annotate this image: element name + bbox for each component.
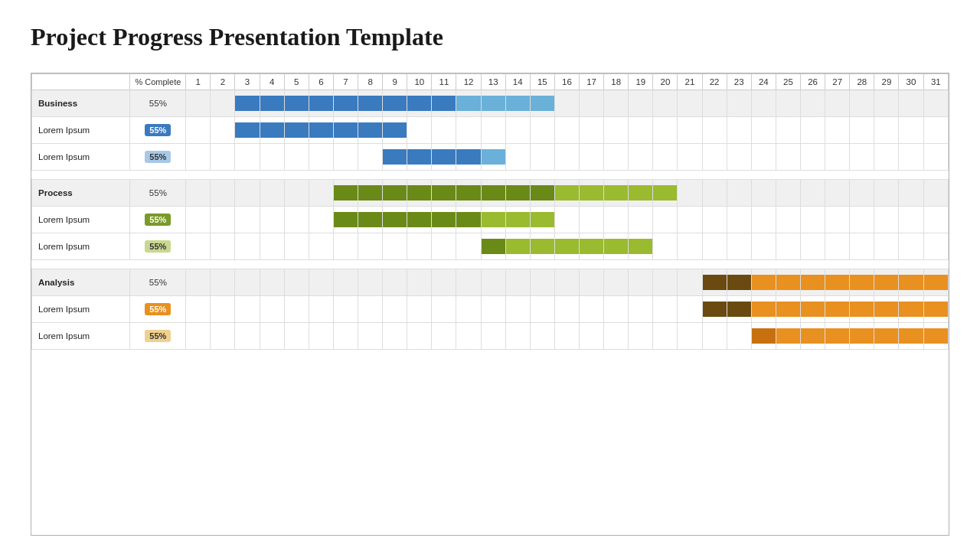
pct-badge: 55% — [145, 240, 171, 253]
day-cell — [776, 233, 800, 260]
bar-segment-dark — [432, 149, 456, 165]
day-cell — [653, 117, 678, 144]
row-label: Lorem Ipsum — [32, 207, 130, 233]
day-cell — [923, 323, 948, 350]
bar-segment-dark — [383, 149, 407, 165]
day-cell — [874, 296, 899, 323]
day-cell — [653, 269, 678, 296]
day-cell — [801, 296, 825, 323]
day-cell — [678, 296, 702, 323]
day-cell — [702, 117, 727, 144]
day-cell — [874, 90, 899, 117]
bar-segment-dark — [383, 96, 407, 111]
bar-segment-light — [604, 239, 628, 254]
day-cell — [333, 180, 358, 207]
bar-segment-light — [776, 328, 800, 344]
day-cell — [580, 323, 604, 350]
day-cell — [825, 207, 850, 233]
day-cell — [211, 296, 235, 323]
day-cell — [432, 144, 456, 171]
day-cell — [333, 296, 358, 323]
day-cell — [825, 117, 850, 144]
day-cell — [923, 90, 948, 117]
day-cell — [776, 90, 800, 117]
day-cell — [580, 207, 604, 233]
day-cell — [874, 233, 899, 260]
day-cell — [235, 323, 260, 350]
bar-segment-light — [899, 302, 923, 317]
day-cell — [333, 117, 358, 144]
day-cell — [530, 117, 554, 144]
day-cell — [260, 180, 284, 207]
day-cell — [825, 180, 850, 207]
row-pct: 55% — [130, 296, 186, 323]
sub-row: Lorem Ipsum55% — [32, 323, 949, 350]
day-cell — [629, 117, 653, 144]
day-cell — [653, 207, 678, 233]
day-cell — [751, 180, 776, 207]
bar-segment-dark — [358, 212, 382, 227]
day-cell — [751, 233, 776, 260]
bar-segment-dark — [482, 185, 505, 201]
row-pct: 55% — [130, 144, 186, 171]
day-cell — [309, 144, 333, 171]
day-cell — [186, 180, 211, 207]
bar-segment-dark — [506, 185, 530, 201]
bar-segment-light — [825, 302, 849, 317]
day-cell — [702, 90, 727, 117]
day-cell — [211, 144, 235, 171]
bar-segment-light — [531, 239, 554, 254]
day-cell — [284, 269, 309, 296]
day-cell — [383, 323, 407, 350]
day-cell — [505, 144, 530, 171]
day-cell — [186, 296, 211, 323]
bar-segment-dark — [383, 122, 407, 138]
pct-badge: 55% — [145, 124, 171, 136]
bar-segment-light — [924, 328, 948, 344]
day-cell — [899, 296, 923, 323]
day-cell — [850, 233, 874, 260]
bar-segment-dark — [456, 149, 480, 165]
day-cell — [751, 207, 776, 233]
day-cell — [505, 233, 530, 260]
day-cell — [604, 90, 629, 117]
day-cell — [407, 296, 432, 323]
day-cell — [284, 90, 309, 117]
bar-segment-dark — [334, 122, 358, 138]
row-pct: 55% — [130, 117, 186, 144]
day-cell — [456, 180, 481, 207]
bar-segment-light — [924, 302, 948, 317]
day-cell — [333, 90, 358, 117]
day-cell — [874, 207, 899, 233]
row-label: Process — [32, 180, 130, 207]
sub-row: Lorem Ipsum55% — [32, 296, 949, 323]
day-cell — [702, 144, 727, 171]
day-cell — [727, 180, 751, 207]
day-cell — [407, 323, 432, 350]
bar-segment-dark — [309, 122, 333, 138]
day-cell — [678, 180, 702, 207]
bar-segment-dark — [432, 96, 456, 111]
bar-segment-dark — [383, 212, 407, 227]
day-cell — [850, 323, 874, 350]
day-cell — [456, 269, 481, 296]
day-cell — [554, 207, 579, 233]
day-cell — [456, 296, 481, 323]
bar-segment-light — [899, 275, 923, 290]
day-cell — [456, 144, 481, 171]
day-cell — [235, 90, 260, 117]
bar-segment-light — [874, 328, 898, 344]
day-cell — [825, 144, 850, 171]
day-cell — [629, 296, 653, 323]
day-cell — [899, 144, 923, 171]
day-cell — [456, 207, 481, 233]
pct-badge: 55% — [145, 330, 171, 342]
day-cell — [850, 144, 874, 171]
group-row: Business55% — [32, 90, 949, 117]
day-cell — [211, 323, 235, 350]
day-cell — [629, 269, 653, 296]
day-cell — [923, 180, 948, 207]
pct-badge: 55% — [145, 303, 171, 315]
day-cell — [702, 207, 727, 233]
day-cell — [678, 323, 702, 350]
